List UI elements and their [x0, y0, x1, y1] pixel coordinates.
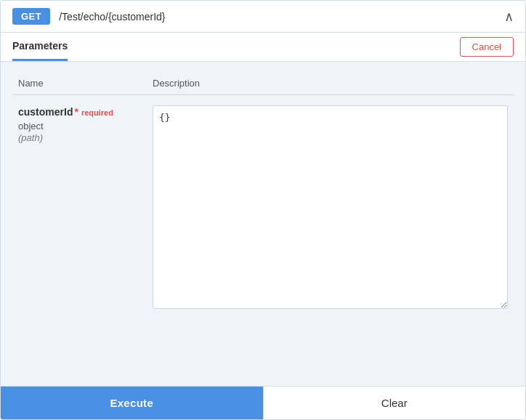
param-name: customerId*required	[18, 106, 113, 118]
tab-bar: Parameters Cancel	[1, 33, 525, 62]
param-required-label: required	[81, 108, 113, 117]
api-panel: GET /Test/echo/{customerId} ∧ Parameters…	[0, 0, 526, 420]
params-section: Name Description customerId*required obj…	[1, 62, 525, 386]
param-location: (path)	[18, 132, 141, 143]
table-row: customerId*required object (path) {}	[12, 95, 514, 375]
execute-button[interactable]: Execute	[1, 387, 263, 419]
param-name-cell: customerId*required object (path)	[12, 95, 147, 375]
col-desc-header: Description	[147, 73, 514, 95]
col-name-header: Name	[12, 73, 147, 95]
param-required-star: *	[74, 106, 78, 118]
cancel-button[interactable]: Cancel	[460, 37, 514, 57]
param-desc-cell: {}	[147, 95, 514, 375]
params-table: Name Description customerId*required obj…	[12, 73, 514, 374]
collapse-icon[interactable]: ∧	[504, 9, 514, 25]
endpoint-path: /Test/echo/{customerId}	[59, 11, 495, 23]
clear-button[interactable]: Clear	[263, 387, 526, 419]
tab-parameters[interactable]: Parameters	[12, 33, 68, 61]
param-type: object	[18, 121, 141, 132]
param-description-textarea[interactable]: {}	[153, 105, 508, 309]
param-name-text: customerId	[18, 106, 73, 118]
panel-header: GET /Test/echo/{customerId} ∧	[1, 1, 525, 33]
footer: Execute Clear	[1, 386, 525, 419]
method-badge: GET	[12, 8, 50, 25]
